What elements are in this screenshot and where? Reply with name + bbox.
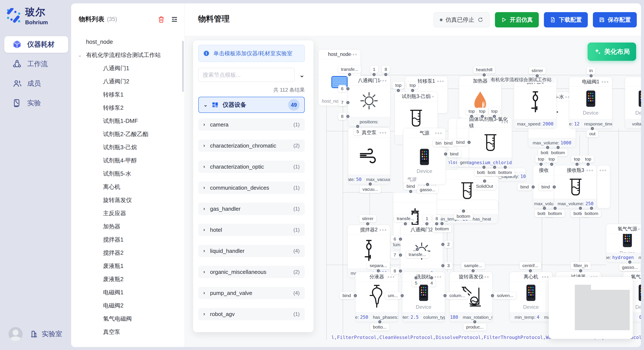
template-item-robot_agv[interactable]: ›robot_agv(1) (198, 308, 305, 320)
port-chip[interactable]: top (582, 156, 594, 163)
port-stirrer[interactable]: stirrer› (359, 215, 376, 225)
port-bind[interactable]: bind› (404, 183, 418, 193)
port-connector-icon[interactable]: › (473, 320, 476, 324)
port-connector-icon[interactable]: › (366, 222, 369, 225)
port-6[interactable]: 6› (368, 235, 402, 243)
port-chip[interactable]: 8 (433, 215, 441, 222)
canvas-node-八通阀门1[interactable]: 八通阀门1•••positions: (348, 75, 390, 127)
tree-item[interactable]: 旋转蒸发仪 (71, 193, 182, 207)
port-connector-icon[interactable]: › (354, 294, 357, 297)
tree-item[interactable]: 八通阀门1 (71, 62, 182, 75)
port-5[interactable]: ›5 (412, 276, 420, 287)
node-menu-icon[interactable]: ••• (380, 76, 387, 85)
node-menu-icon[interactable]: ••• (542, 272, 549, 282)
port-chip[interactable]: bottom (548, 149, 568, 156)
port-centrif...[interactable]: centrif...› (520, 262, 541, 272)
tree-item[interactable]: 主反应器 (71, 207, 182, 220)
canvas-node-电磁阀1[interactable]: 电磁阀1•••Devicevoltage: 12response_time: 0… (569, 77, 612, 129)
port-separa...[interactable]: separa...› (367, 262, 390, 272)
port-7[interactable]: 7› (316, 99, 350, 106)
port-chip[interactable]: 4 (428, 279, 436, 287)
collapse-panel-icon[interactable] (170, 15, 178, 23)
port-connector-icon[interactable]: › (399, 253, 402, 257)
port-chip[interactable]: 6 (391, 235, 399, 243)
port-bind[interactable]: bind› (437, 139, 471, 146)
port-connector-icon[interactable]: › (529, 269, 532, 272)
port-connector-icon[interactable]: › (425, 222, 428, 225)
chevron-down-icon[interactable]: ⌄ (299, 71, 304, 79)
port-bottom[interactable]: ›bottom (454, 209, 473, 220)
port-connector-icon[interactable]: › (576, 163, 578, 166)
port-chip[interactable]: solven... (494, 292, 516, 299)
port-connector-icon[interactable]: › (628, 260, 632, 264)
port-connector-icon[interactable]: › (377, 269, 380, 272)
node-menu-icon[interactable]: ••• (350, 49, 358, 59)
port-chip[interactable]: bind (404, 183, 418, 190)
tree-item[interactable]: 搅拌器2 (71, 246, 182, 259)
node-menu-icon[interactable]: ••• (501, 118, 509, 127)
port-connector-icon[interactable]: › (397, 89, 400, 92)
port-connector-icon[interactable]: › (468, 141, 471, 144)
template-item-characterization_chromatic[interactable]: ›characterization_chromatic(2) (198, 140, 305, 152)
port-8[interactable]: 8› (433, 215, 441, 225)
port-connector-icon[interactable]: › (536, 74, 539, 77)
port-chip[interactable]: sample... (461, 262, 485, 269)
port-1[interactable]: 1› (423, 215, 431, 225)
port-connector-icon[interactable]: › (440, 222, 444, 225)
port-chip[interactable]: top (407, 82, 418, 89)
port-chip[interactable]: bottom (546, 210, 564, 217)
port-top[interactable]: top› (488, 108, 500, 118)
port-connector-icon[interactable]: › (444, 294, 446, 297)
port-bottom[interactable]: ›bottom (546, 207, 564, 217)
tree-item[interactable]: 转移泵2 (71, 101, 182, 114)
port-connector-icon[interactable]: › (416, 248, 419, 251)
tree-item[interactable]: 试剂瓶2-乙酸乙酯 (71, 128, 182, 141)
port-gasso...[interactable]: ›gasso... (417, 183, 438, 193)
tree-item[interactable]: 加热器 (71, 220, 182, 233)
trash-icon[interactable] (158, 15, 165, 23)
port-bottom[interactable]: ›bottom (496, 166, 515, 176)
port-chip[interactable]: top (476, 108, 488, 115)
category-instruments[interactable]: ⌄ 仪器设备 49 (198, 97, 305, 113)
port-top[interactable]: top› (546, 156, 558, 166)
port-produc...[interactable]: ›produc... (464, 320, 486, 331)
node-menu-icon[interactable]: ••• (600, 166, 607, 175)
tree-item[interactable]: 电磁阀1 (71, 286, 182, 299)
port-transfe...[interactable]: transfe...› (338, 66, 361, 76)
port-connector-icon[interactable]: › (550, 163, 553, 166)
node-menu-icon[interactable]: ••• (380, 225, 387, 235)
port-top[interactable]: top› (392, 82, 404, 92)
port-chip[interactable]: bottom (432, 225, 452, 232)
port-chip[interactable]: gasso... (619, 264, 640, 271)
sidebar-item-members[interactable]: 成员 (4, 75, 68, 92)
port-8[interactable]: 8› (316, 113, 350, 120)
port-connector-icon[interactable]: › (579, 207, 582, 210)
port-chip[interactable]: top (466, 108, 478, 115)
canvas-node-真空泵[interactable]: 真空泵•••ump_rate: 50max_vacuum: 0.1 (348, 128, 390, 184)
port-chip[interactable]: bottom (454, 213, 473, 220)
port-chip[interactable]: SolidOut (473, 183, 496, 190)
port-chip[interactable]: 8 (391, 267, 399, 275)
port-connector-icon[interactable]: › (462, 209, 465, 213)
tree-item[interactable]: 试剂瓶3-己烷 (71, 141, 182, 154)
port-connector-icon[interactable]: › (554, 207, 557, 210)
node-menu-icon[interactable]: ••• (435, 128, 442, 138)
refresh-icon[interactable] (477, 16, 484, 23)
port-chip[interactable]: top (535, 156, 547, 163)
port-connector-icon[interactable]: › (444, 153, 447, 156)
port-chip[interactable]: 3 (444, 262, 452, 269)
template-item-characterization_optic[interactable]: ›characterization_optic(1) (198, 161, 305, 173)
port-bind[interactable]: ›bind (444, 150, 461, 158)
port-chip[interactable]: botto... (370, 324, 389, 331)
port-chip[interactable]: top (571, 156, 583, 163)
port-heatchill[interactable]: heatchill› (473, 66, 495, 77)
port-connector-icon[interactable]: › (470, 115, 473, 118)
port-connector-icon[interactable]: › (441, 243, 444, 246)
tree-item[interactable]: 试剂瓶4-甲醇 (71, 154, 182, 167)
port-connector-icon[interactable]: › (430, 276, 433, 279)
port-vacuu...[interactable]: ›vacuu... (360, 182, 381, 193)
port-transfe...[interactable]: transfe...› (394, 215, 417, 225)
tree-item[interactable]: 转移泵1 (71, 88, 182, 101)
template-item-camera[interactable]: ›camera(1) (198, 118, 305, 131)
materials-scrollbar[interactable] (182, 41, 184, 92)
